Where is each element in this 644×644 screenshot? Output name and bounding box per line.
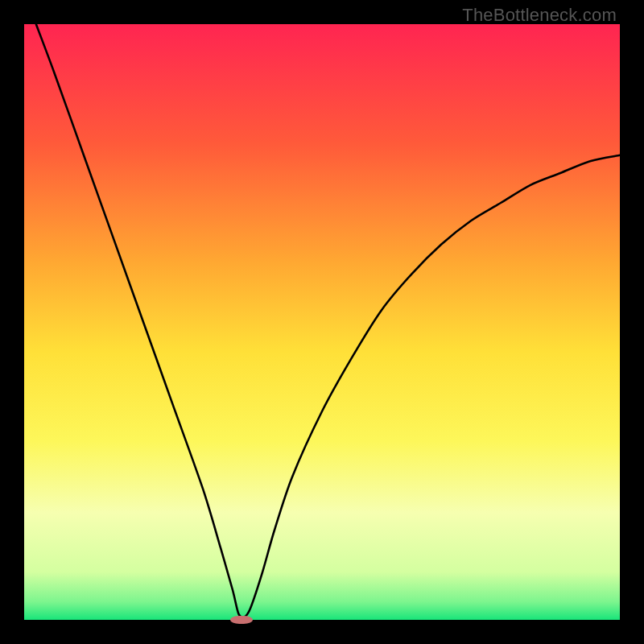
plot-area xyxy=(24,24,620,620)
curve-layer xyxy=(24,24,620,620)
bottleneck-curve xyxy=(36,24,620,617)
minimum-marker xyxy=(230,616,253,624)
chart-container: TheBottleneck.com xyxy=(0,0,644,644)
watermark-text: TheBottleneck.com xyxy=(462,5,617,26)
